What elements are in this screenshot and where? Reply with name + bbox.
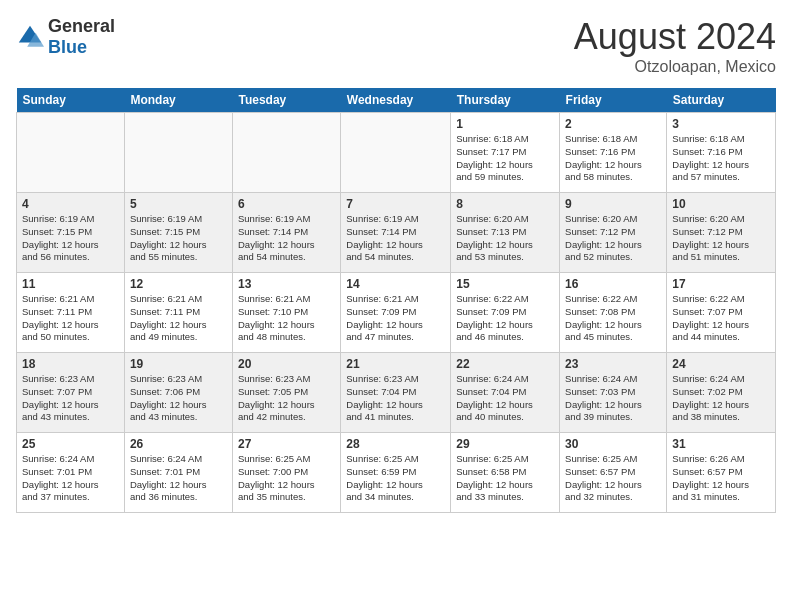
calendar-cell bbox=[341, 113, 451, 193]
location-title: Otzoloapan, Mexico bbox=[574, 58, 776, 76]
calendar-cell: 12Sunrise: 6:21 AM Sunset: 7:11 PM Dayli… bbox=[124, 273, 232, 353]
calendar-cell: 5Sunrise: 6:19 AM Sunset: 7:15 PM Daylig… bbox=[124, 193, 232, 273]
day-number: 15 bbox=[456, 277, 554, 291]
day-info: Sunrise: 6:18 AM Sunset: 7:17 PM Dayligh… bbox=[456, 133, 554, 184]
calendar-cell: 14Sunrise: 6:21 AM Sunset: 7:09 PM Dayli… bbox=[341, 273, 451, 353]
page-header: General Blue August 2024 Otzoloapan, Mex… bbox=[16, 16, 776, 76]
logo: General Blue bbox=[16, 16, 115, 58]
day-info: Sunrise: 6:22 AM Sunset: 7:07 PM Dayligh… bbox=[672, 293, 770, 344]
day-number: 25 bbox=[22, 437, 119, 451]
weekday-header-tuesday: Tuesday bbox=[232, 88, 340, 113]
day-info: Sunrise: 6:23 AM Sunset: 7:04 PM Dayligh… bbox=[346, 373, 445, 424]
calendar-cell: 10Sunrise: 6:20 AM Sunset: 7:12 PM Dayli… bbox=[667, 193, 776, 273]
day-number: 6 bbox=[238, 197, 335, 211]
day-number: 31 bbox=[672, 437, 770, 451]
day-number: 2 bbox=[565, 117, 661, 131]
calendar-cell: 3Sunrise: 6:18 AM Sunset: 7:16 PM Daylig… bbox=[667, 113, 776, 193]
day-info: Sunrise: 6:24 AM Sunset: 7:01 PM Dayligh… bbox=[130, 453, 227, 504]
day-info: Sunrise: 6:20 AM Sunset: 7:12 PM Dayligh… bbox=[672, 213, 770, 264]
day-info: Sunrise: 6:19 AM Sunset: 7:14 PM Dayligh… bbox=[346, 213, 445, 264]
calendar-cell: 21Sunrise: 6:23 AM Sunset: 7:04 PM Dayli… bbox=[341, 353, 451, 433]
day-info: Sunrise: 6:23 AM Sunset: 7:07 PM Dayligh… bbox=[22, 373, 119, 424]
day-number: 18 bbox=[22, 357, 119, 371]
day-info: Sunrise: 6:19 AM Sunset: 7:15 PM Dayligh… bbox=[130, 213, 227, 264]
weekday-header-monday: Monday bbox=[124, 88, 232, 113]
calendar-week-1: 1Sunrise: 6:18 AM Sunset: 7:17 PM Daylig… bbox=[17, 113, 776, 193]
day-info: Sunrise: 6:23 AM Sunset: 7:06 PM Dayligh… bbox=[130, 373, 227, 424]
weekday-header-saturday: Saturday bbox=[667, 88, 776, 113]
logo-blue: Blue bbox=[48, 37, 115, 58]
weekday-header-thursday: Thursday bbox=[451, 88, 560, 113]
calendar-cell bbox=[124, 113, 232, 193]
weekday-header-row: SundayMondayTuesdayWednesdayThursdayFrid… bbox=[17, 88, 776, 113]
calendar-cell: 4Sunrise: 6:19 AM Sunset: 7:15 PM Daylig… bbox=[17, 193, 125, 273]
calendar-cell: 30Sunrise: 6:25 AM Sunset: 6:57 PM Dayli… bbox=[560, 433, 667, 513]
day-info: Sunrise: 6:22 AM Sunset: 7:09 PM Dayligh… bbox=[456, 293, 554, 344]
calendar-week-3: 11Sunrise: 6:21 AM Sunset: 7:11 PM Dayli… bbox=[17, 273, 776, 353]
day-number: 17 bbox=[672, 277, 770, 291]
calendar-cell: 20Sunrise: 6:23 AM Sunset: 7:05 PM Dayli… bbox=[232, 353, 340, 433]
calendar-cell: 7Sunrise: 6:19 AM Sunset: 7:14 PM Daylig… bbox=[341, 193, 451, 273]
calendar-cell: 11Sunrise: 6:21 AM Sunset: 7:11 PM Dayli… bbox=[17, 273, 125, 353]
calendar-cell bbox=[17, 113, 125, 193]
day-number: 9 bbox=[565, 197, 661, 211]
logo-general: General bbox=[48, 16, 115, 37]
calendar-cell: 9Sunrise: 6:20 AM Sunset: 7:12 PM Daylig… bbox=[560, 193, 667, 273]
day-number: 27 bbox=[238, 437, 335, 451]
calendar-cell: 6Sunrise: 6:19 AM Sunset: 7:14 PM Daylig… bbox=[232, 193, 340, 273]
day-info: Sunrise: 6:21 AM Sunset: 7:11 PM Dayligh… bbox=[130, 293, 227, 344]
day-info: Sunrise: 6:19 AM Sunset: 7:14 PM Dayligh… bbox=[238, 213, 335, 264]
day-number: 20 bbox=[238, 357, 335, 371]
day-info: Sunrise: 6:18 AM Sunset: 7:16 PM Dayligh… bbox=[565, 133, 661, 184]
calendar-cell: 24Sunrise: 6:24 AM Sunset: 7:02 PM Dayli… bbox=[667, 353, 776, 433]
day-number: 12 bbox=[130, 277, 227, 291]
calendar-cell: 16Sunrise: 6:22 AM Sunset: 7:08 PM Dayli… bbox=[560, 273, 667, 353]
calendar-cell: 17Sunrise: 6:22 AM Sunset: 7:07 PM Dayli… bbox=[667, 273, 776, 353]
day-number: 13 bbox=[238, 277, 335, 291]
day-info: Sunrise: 6:20 AM Sunset: 7:13 PM Dayligh… bbox=[456, 213, 554, 264]
day-info: Sunrise: 6:25 AM Sunset: 6:57 PM Dayligh… bbox=[565, 453, 661, 504]
calendar-cell: 8Sunrise: 6:20 AM Sunset: 7:13 PM Daylig… bbox=[451, 193, 560, 273]
calendar-cell: 13Sunrise: 6:21 AM Sunset: 7:10 PM Dayli… bbox=[232, 273, 340, 353]
day-info: Sunrise: 6:25 AM Sunset: 7:00 PM Dayligh… bbox=[238, 453, 335, 504]
day-number: 14 bbox=[346, 277, 445, 291]
day-info: Sunrise: 6:21 AM Sunset: 7:10 PM Dayligh… bbox=[238, 293, 335, 344]
day-number: 10 bbox=[672, 197, 770, 211]
day-info: Sunrise: 6:24 AM Sunset: 7:01 PM Dayligh… bbox=[22, 453, 119, 504]
calendar-cell: 2Sunrise: 6:18 AM Sunset: 7:16 PM Daylig… bbox=[560, 113, 667, 193]
calendar-cell: 26Sunrise: 6:24 AM Sunset: 7:01 PM Dayli… bbox=[124, 433, 232, 513]
logo-icon bbox=[16, 23, 44, 51]
day-info: Sunrise: 6:25 AM Sunset: 6:58 PM Dayligh… bbox=[456, 453, 554, 504]
day-number: 3 bbox=[672, 117, 770, 131]
day-number: 23 bbox=[565, 357, 661, 371]
day-info: Sunrise: 6:25 AM Sunset: 6:59 PM Dayligh… bbox=[346, 453, 445, 504]
calendar-cell: 25Sunrise: 6:24 AM Sunset: 7:01 PM Dayli… bbox=[17, 433, 125, 513]
day-info: Sunrise: 6:23 AM Sunset: 7:05 PM Dayligh… bbox=[238, 373, 335, 424]
day-number: 1 bbox=[456, 117, 554, 131]
day-number: 5 bbox=[130, 197, 227, 211]
calendar-cell: 1Sunrise: 6:18 AM Sunset: 7:17 PM Daylig… bbox=[451, 113, 560, 193]
day-number: 30 bbox=[565, 437, 661, 451]
day-info: Sunrise: 6:21 AM Sunset: 7:11 PM Dayligh… bbox=[22, 293, 119, 344]
weekday-header-wednesday: Wednesday bbox=[341, 88, 451, 113]
day-info: Sunrise: 6:21 AM Sunset: 7:09 PM Dayligh… bbox=[346, 293, 445, 344]
calendar-cell: 29Sunrise: 6:25 AM Sunset: 6:58 PM Dayli… bbox=[451, 433, 560, 513]
calendar-cell: 27Sunrise: 6:25 AM Sunset: 7:00 PM Dayli… bbox=[232, 433, 340, 513]
day-number: 4 bbox=[22, 197, 119, 211]
day-number: 29 bbox=[456, 437, 554, 451]
calendar-cell bbox=[232, 113, 340, 193]
day-number: 16 bbox=[565, 277, 661, 291]
day-info: Sunrise: 6:24 AM Sunset: 7:04 PM Dayligh… bbox=[456, 373, 554, 424]
day-number: 22 bbox=[456, 357, 554, 371]
calendar-cell: 22Sunrise: 6:24 AM Sunset: 7:04 PM Dayli… bbox=[451, 353, 560, 433]
calendar-cell: 19Sunrise: 6:23 AM Sunset: 7:06 PM Dayli… bbox=[124, 353, 232, 433]
calendar-cell: 31Sunrise: 6:26 AM Sunset: 6:57 PM Dayli… bbox=[667, 433, 776, 513]
weekday-header-sunday: Sunday bbox=[17, 88, 125, 113]
day-number: 28 bbox=[346, 437, 445, 451]
day-number: 11 bbox=[22, 277, 119, 291]
day-info: Sunrise: 6:18 AM Sunset: 7:16 PM Dayligh… bbox=[672, 133, 770, 184]
day-info: Sunrise: 6:19 AM Sunset: 7:15 PM Dayligh… bbox=[22, 213, 119, 264]
day-info: Sunrise: 6:26 AM Sunset: 6:57 PM Dayligh… bbox=[672, 453, 770, 504]
calendar-week-5: 25Sunrise: 6:24 AM Sunset: 7:01 PM Dayli… bbox=[17, 433, 776, 513]
day-number: 8 bbox=[456, 197, 554, 211]
